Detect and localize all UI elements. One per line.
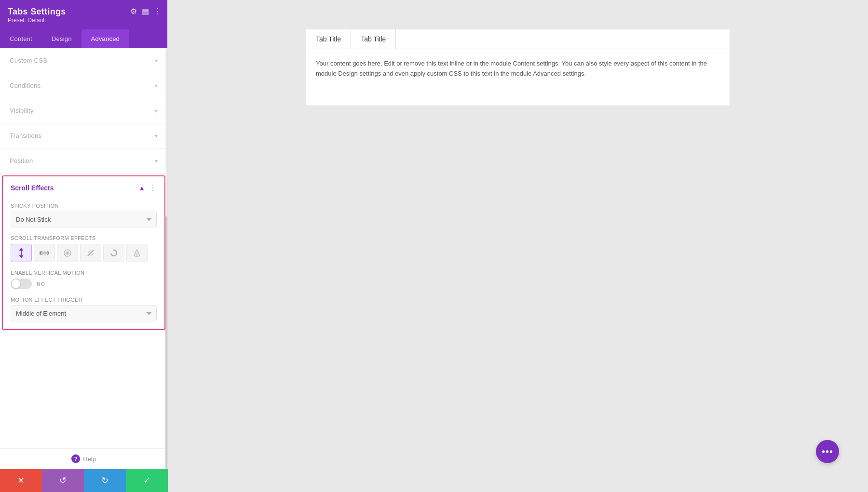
undo-button[interactable]: ↺ bbox=[42, 469, 84, 492]
tab-widget: Tab Title Tab Title Your content goes he… bbox=[306, 29, 730, 106]
motion-trigger-select[interactable]: Middle of Element Top of Element Bottom … bbox=[11, 306, 157, 321]
scroll-transform-label: Scroll Transform Effects bbox=[11, 235, 157, 241]
help-icon: ? bbox=[71, 454, 80, 463]
tab-design[interactable]: Design bbox=[42, 29, 81, 48]
accordion-position-header[interactable]: Position ▾ bbox=[0, 148, 167, 173]
accordion-visibility-label: Visibility bbox=[10, 107, 34, 114]
accordion-custom-css-label: Custom CSS bbox=[10, 57, 47, 64]
svg-line-9 bbox=[91, 253, 94, 256]
sticky-position-select[interactable]: Do Not Stick Stick to Top Stick to Botto… bbox=[11, 212, 157, 227]
main-content: Tab Title Tab Title Your content goes he… bbox=[168, 0, 868, 492]
opacity-icon[interactable] bbox=[126, 244, 148, 262]
header-icons: ⚙ ▤ ⋮ bbox=[130, 7, 162, 16]
fade-icon[interactable] bbox=[57, 244, 78, 262]
scroll-effects-title: Scroll Effects bbox=[11, 184, 54, 192]
sidebar-content: Custom CSS ▾ Conditions ▾ Visibility ▾ T… bbox=[0, 48, 167, 492]
more-icon[interactable]: ⋮ bbox=[154, 7, 162, 16]
scroll-effects-section: Scroll Effects ▲ ⋮ Sticky Position Do No… bbox=[2, 175, 165, 330]
enable-vertical-toggle-row: NO bbox=[11, 279, 157, 289]
sticky-position-field: Sticky Position Do Not Stick Stick to To… bbox=[11, 203, 157, 227]
chevron-down-icon-4: ▾ bbox=[155, 133, 158, 139]
tabs-nav: Content Design Advanced bbox=[0, 29, 167, 48]
accordion-transitions-label: Transitions bbox=[10, 132, 41, 139]
accordion-position-label: Position bbox=[10, 157, 33, 164]
fab-button[interactable]: ••• bbox=[816, 440, 839, 463]
tab-content[interactable]: Content bbox=[0, 29, 42, 48]
accordion-custom-css-header[interactable]: Custom CSS ▾ bbox=[0, 48, 167, 73]
motion-trigger-label: Motion Effect Trigger bbox=[11, 297, 157, 303]
help-label: Help bbox=[83, 455, 96, 463]
accordion-position: Position ▾ bbox=[0, 148, 167, 173]
svg-line-8 bbox=[88, 250, 91, 253]
scrollbar-thumb[interactable] bbox=[165, 216, 167, 469]
sidebar: Tabs Settings Preset: Default ⚙ ▤ ⋮ Cont… bbox=[0, 0, 168, 492]
accordion-transitions-header[interactable]: Transitions ▾ bbox=[0, 123, 167, 148]
layout-icon[interactable]: ▤ bbox=[142, 7, 149, 16]
scrollbar-track bbox=[165, 48, 167, 469]
toggle-value: NO bbox=[37, 281, 45, 287]
accordion-transitions: Transitions ▾ bbox=[0, 123, 167, 148]
vertical-motion-icon[interactable] bbox=[11, 244, 32, 262]
sidebar-preset[interactable]: Preset: Default bbox=[8, 17, 160, 29]
cancel-icon: ✕ bbox=[17, 475, 25, 486]
motion-trigger-field: Motion Effect Trigger Middle of Element … bbox=[11, 297, 157, 321]
scroll-effects-header[interactable]: Scroll Effects ▲ ⋮ bbox=[3, 176, 164, 199]
toggle-knob bbox=[12, 279, 20, 288]
fab-icon: ••• bbox=[822, 446, 833, 457]
accordion-custom-css: Custom CSS ▾ bbox=[0, 48, 167, 73]
cancel-button[interactable]: ✕ bbox=[0, 469, 42, 492]
scroll-effects-header-icons: ▲ ⋮ bbox=[138, 183, 157, 192]
redo-button[interactable]: ↻ bbox=[84, 469, 126, 492]
svg-line-7 bbox=[88, 250, 94, 256]
settings-icon[interactable]: ⚙ bbox=[130, 7, 137, 16]
enable-vertical-toggle[interactable] bbox=[11, 279, 32, 289]
tab-content-text: Your content goes here. Edit or remove t… bbox=[316, 59, 720, 79]
enable-vertical-field: Enable Vertical Motion NO bbox=[11, 270, 157, 289]
accordion-visibility: Visibility ▾ bbox=[0, 98, 167, 123]
sticky-position-label: Sticky Position bbox=[11, 203, 157, 209]
tab-widget-tab-2[interactable]: Tab Title bbox=[351, 29, 396, 49]
chevron-down-icon: ▾ bbox=[155, 57, 158, 64]
accordion-conditions-header[interactable]: Conditions ▾ bbox=[0, 73, 167, 98]
blur-icon[interactable] bbox=[80, 244, 101, 262]
tab-widget-nav: Tab Title Tab Title bbox=[306, 29, 730, 49]
accordion-visibility-header[interactable]: Visibility ▾ bbox=[0, 98, 167, 123]
save-button[interactable]: ✓ bbox=[126, 469, 168, 492]
chevron-down-icon-3: ▾ bbox=[155, 107, 158, 114]
horizontal-motion-icon[interactable] bbox=[34, 244, 55, 262]
chevron-down-icon-5: ▾ bbox=[155, 158, 158, 164]
accordion-conditions-label: Conditions bbox=[10, 82, 41, 89]
help-button[interactable]: ? Help bbox=[71, 454, 96, 463]
action-bar: ✕ ↺ ↻ ✓ bbox=[0, 469, 168, 492]
svg-point-6 bbox=[67, 252, 68, 254]
redo-icon: ↻ bbox=[101, 475, 108, 486]
scroll-effects-body: Sticky Position Do Not Stick Stick to To… bbox=[3, 199, 164, 329]
scroll-transform-icons bbox=[11, 244, 157, 262]
save-icon: ✓ bbox=[143, 475, 150, 486]
sidebar-header: Tabs Settings Preset: Default ⚙ ▤ ⋮ bbox=[0, 0, 167, 29]
sidebar-footer: ? Help bbox=[0, 448, 167, 469]
tab-advanced[interactable]: Advanced bbox=[81, 29, 129, 48]
rotate-icon[interactable] bbox=[103, 244, 124, 262]
undo-icon: ↺ bbox=[59, 475, 67, 486]
scroll-effects-more-icon[interactable]: ⋮ bbox=[149, 183, 157, 192]
accordion-conditions: Conditions ▾ bbox=[0, 73, 167, 98]
chevron-down-icon-2: ▾ bbox=[155, 82, 158, 89]
tab-widget-content: Your content goes here. Edit or remove t… bbox=[306, 49, 730, 89]
enable-vertical-label: Enable Vertical Motion bbox=[11, 270, 157, 276]
chevron-up-icon[interactable]: ▲ bbox=[138, 184, 145, 192]
tab-widget-tab-1[interactable]: Tab Title bbox=[306, 29, 351, 49]
scroll-transform-field: Scroll Transform Effects bbox=[11, 235, 157, 262]
